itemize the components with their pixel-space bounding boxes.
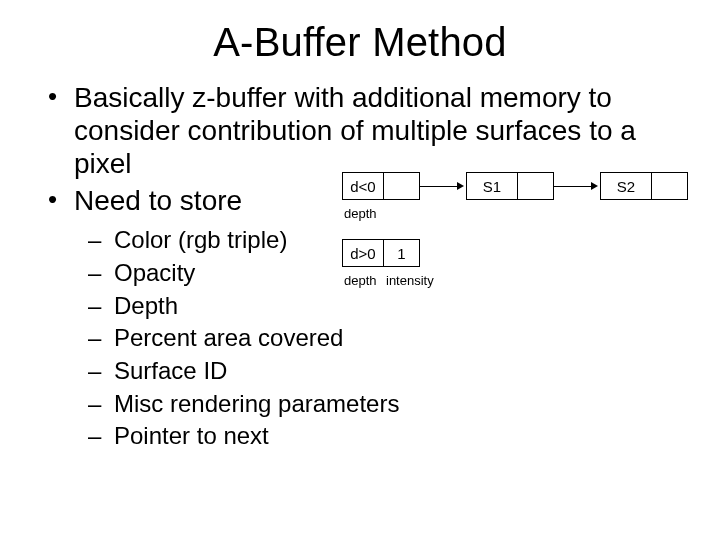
depth-cell: d<0 bbox=[343, 173, 383, 199]
sub-bullet-text: Opacity bbox=[114, 259, 195, 286]
arrow-icon bbox=[420, 186, 464, 187]
depth-cell-group: d>0 1 bbox=[342, 239, 420, 267]
pointer-cell bbox=[517, 173, 553, 199]
page-title: A-Buffer Method bbox=[40, 20, 680, 65]
diagram: d<0 S1 S2 depth d>0 1 de bbox=[342, 172, 712, 288]
pointer-cell bbox=[383, 173, 419, 199]
bullet-item: Basically z-buffer with additional memor… bbox=[46, 81, 680, 180]
surface-node: S1 bbox=[466, 172, 554, 200]
diagram-row-linked: d<0 S1 S2 bbox=[342, 172, 712, 200]
sub-bullet-item: Depth bbox=[88, 291, 680, 322]
depth-cell: d>0 bbox=[343, 240, 383, 266]
label-depth: depth bbox=[344, 273, 386, 288]
surface-node: S2 bbox=[600, 172, 688, 200]
sub-bullet-item: Surface ID bbox=[88, 356, 680, 387]
surface-cell: S1 bbox=[467, 173, 517, 199]
diagram-row-single: d>0 1 bbox=[342, 239, 712, 267]
bullet-text: Need to store bbox=[74, 185, 242, 216]
intensity-cell: 1 bbox=[383, 240, 419, 266]
depth-cell-group: d<0 bbox=[342, 172, 420, 200]
sub-bullet-text: Depth bbox=[114, 292, 178, 319]
sub-bullet-text: Percent area covered bbox=[114, 324, 343, 351]
sub-bullet-text: Color (rgb triple) bbox=[114, 226, 287, 253]
diagram-row-labels: depth intensity bbox=[342, 273, 712, 288]
sub-bullet-item: Percent area covered bbox=[88, 323, 680, 354]
diagram-row-labels: depth bbox=[342, 206, 712, 221]
label-intensity: intensity bbox=[386, 273, 442, 288]
arrow-icon bbox=[554, 186, 598, 187]
surface-cell: S2 bbox=[601, 173, 651, 199]
sub-bullet-item: Misc rendering parameters bbox=[88, 389, 680, 420]
slide: A-Buffer Method Basically z-buffer with … bbox=[0, 0, 720, 540]
sub-bullet-text: Misc rendering parameters bbox=[114, 390, 399, 417]
sub-bullet-text: Surface ID bbox=[114, 357, 227, 384]
label-depth: depth bbox=[344, 206, 386, 221]
pointer-cell bbox=[651, 173, 687, 199]
bullet-text: Basically z-buffer with additional memor… bbox=[74, 82, 636, 179]
sub-bullet-item: Pointer to next bbox=[88, 421, 680, 452]
sub-bullet-text: Pointer to next bbox=[114, 422, 269, 449]
